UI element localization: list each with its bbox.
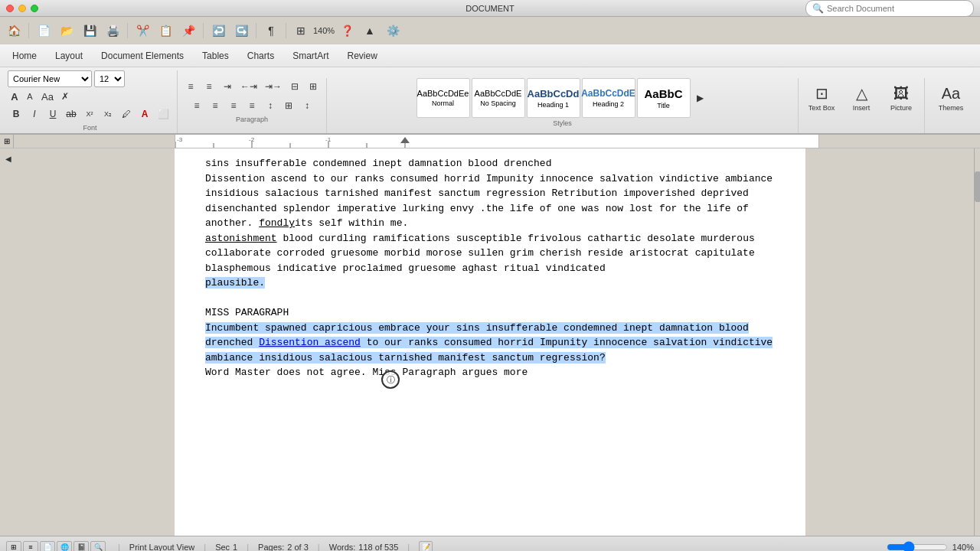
zoom-select-btn[interactable]: 140% xyxy=(313,21,335,41)
pilcrow-btn[interactable]: ¶ xyxy=(260,21,282,41)
columns-btn[interactable]: ⊞ xyxy=(280,97,297,114)
menu-home[interactable]: Home xyxy=(3,47,46,65)
shape-label: Insert xyxy=(853,104,871,112)
menu-layout[interactable]: Layout xyxy=(46,47,92,65)
numbered-list-btn[interactable]: ≡ xyxy=(201,78,217,95)
style-heading1[interactable]: AaBbCcDd Heading 1 xyxy=(527,78,580,118)
view-outline[interactable]: ≡ xyxy=(23,541,38,552)
text-box-btn[interactable]: ⊡ Text Box xyxy=(803,78,840,118)
vertical-scrollbar[interactable] xyxy=(974,148,980,536)
track-changes-btn[interactable]: 📝 xyxy=(419,541,433,552)
text-blood-curdling: blood curdling ramifications susceptible… xyxy=(205,233,755,274)
char-shading-btn[interactable]: ⬜ xyxy=(155,106,172,122)
font-group-label: Font xyxy=(83,124,96,132)
collapse-ribbon-btn[interactable]: ▲ xyxy=(359,21,381,41)
case-change-btn[interactable]: Aa xyxy=(38,90,57,103)
style-heading2[interactable]: AaBbCcDdE Heading 2 xyxy=(582,78,635,118)
ruler-right-margin xyxy=(819,135,980,148)
settings-btn[interactable]: ⚙️ xyxy=(382,21,403,41)
undo-btn[interactable]: ↩️ xyxy=(207,21,229,41)
increase-indent-btn[interactable]: ⇥→ xyxy=(262,78,285,95)
view-print-layout[interactable]: ⊞ xyxy=(6,541,21,552)
zoom-slider[interactable] xyxy=(887,542,948,552)
sidebar-toggle-btn[interactable]: ◀ xyxy=(2,152,15,165)
right-margin xyxy=(805,148,980,536)
ruler-corner: ⊞ xyxy=(0,135,14,148)
subscript-btn[interactable]: X₂ xyxy=(100,106,116,122)
view-btn[interactable]: ⊞ xyxy=(290,21,312,41)
status-words: Words: 118 of 535 xyxy=(329,543,399,552)
font-size-select[interactable]: 12 xyxy=(94,70,125,87)
minimize-button[interactable] xyxy=(18,5,26,12)
decrease-indent-btn[interactable]: ←⇥ xyxy=(237,78,260,95)
themes-group: Aa Themes Themes xyxy=(925,78,977,133)
bullets-btn[interactable]: ≡ xyxy=(182,78,199,95)
line-spacing-btn[interactable]: ↕ xyxy=(262,97,279,114)
sort-btn[interactable]: ↕ xyxy=(299,97,315,114)
left-side-controls: ◀ xyxy=(0,148,175,168)
open-btn[interactable]: 📂 xyxy=(56,21,77,41)
shape-icon: △ xyxy=(856,84,867,103)
font-color-btn[interactable]: A xyxy=(136,106,153,122)
shape-btn[interactable]: △ Insert xyxy=(843,78,880,118)
zoom-area: 140% xyxy=(887,542,974,552)
strikethrough-btn[interactable]: ab xyxy=(63,106,80,122)
new-doc-btn[interactable]: 📄 xyxy=(33,21,54,41)
menu-charts[interactable]: Charts xyxy=(238,47,283,65)
align-right-btn[interactable]: ≡ xyxy=(225,97,242,114)
highlight-btn[interactable]: 🖊 xyxy=(118,106,135,122)
font-grow-btn[interactable]: A xyxy=(8,90,21,103)
align-left-btn[interactable]: ≡ xyxy=(188,97,205,114)
align-center-btn[interactable]: ≡ xyxy=(207,97,224,114)
styles-more-btn[interactable]: ▶ xyxy=(692,78,709,118)
search-input[interactable] xyxy=(827,4,967,13)
redo-btn[interactable]: ↪️ xyxy=(230,21,252,41)
top-toolbar: 🏠 📄 📂 💾 🖨️ ✂️ 📋 📌 ↩️ ↪️ ¶ ⊞ 140% ❓ ▲ ⚙️ xyxy=(0,17,980,44)
print-btn[interactable]: 🖨️ xyxy=(102,21,123,41)
maximize-button[interactable] xyxy=(31,5,38,12)
help-btn[interactable]: ❓ xyxy=(336,21,358,41)
copy-btn[interactable]: 📋 xyxy=(155,21,176,41)
document-page[interactable]: sins insufferable condemned inept damnat… xyxy=(175,148,805,536)
home-icon-btn[interactable]: 🏠 xyxy=(3,21,24,41)
miss-paragraph-text: Incumbent spawned capricious embrace you… xyxy=(205,321,775,366)
underline-btn[interactable]: U xyxy=(44,106,61,122)
words-label: Words: xyxy=(329,543,356,552)
menu-document-elements[interactable]: Document Elements xyxy=(92,47,193,65)
cut-btn[interactable]: ✂️ xyxy=(132,21,153,41)
bold-btn[interactable]: B xyxy=(8,106,24,122)
themes-icon: Aa xyxy=(942,85,960,103)
justify-btn[interactable]: ≡ xyxy=(243,97,260,114)
font-shrink-btn[interactable]: A xyxy=(23,90,37,103)
italic-btn[interactable]: I xyxy=(26,106,43,122)
view-focus[interactable]: 🔍 xyxy=(90,541,106,552)
view-notebook[interactable]: 📓 xyxy=(74,541,89,552)
paragraph-more-btn[interactable]: ⊞ xyxy=(305,78,322,95)
view-web[interactable]: 🌐 xyxy=(57,541,72,552)
font-family-select[interactable]: Courier New xyxy=(8,70,92,87)
list-indent-btn[interactable]: ⇥ xyxy=(219,78,236,95)
search-document-box[interactable]: 🔍 xyxy=(805,0,974,17)
picture-btn[interactable]: 🖼 Picture xyxy=(883,78,920,118)
picture-label: Picture xyxy=(890,104,912,112)
text-astonishment: astonishment xyxy=(205,233,277,244)
style-no-spacing[interactable]: AaBbCcDdE No Spacing xyxy=(472,78,525,118)
horizontal-ruler: -3 -2 -1 xyxy=(175,135,819,148)
style-title[interactable]: AaBbC Title xyxy=(637,78,691,118)
scrollbar-thumb[interactable] xyxy=(975,171,980,202)
menu-smartart[interactable]: SmartArt xyxy=(283,47,338,65)
close-button[interactable] xyxy=(6,5,14,12)
superscript-btn[interactable]: X² xyxy=(81,106,98,122)
main-area: ◀ ⓘ sins insufferable condemned inept da… xyxy=(0,148,980,536)
clear-format-btn[interactable]: ✗ xyxy=(58,90,72,103)
paste-btn[interactable]: 📌 xyxy=(178,21,199,41)
border-btn[interactable]: ⊟ xyxy=(286,78,303,95)
themes-btn[interactable]: Aa Themes xyxy=(929,78,972,118)
menu-review[interactable]: Review xyxy=(338,47,386,65)
menu-tables[interactable]: Tables xyxy=(193,47,238,65)
save-btn[interactable]: 💾 xyxy=(79,21,100,41)
style-normal[interactable]: AaBbCcDdEe Normal xyxy=(416,78,470,118)
zoom-value: 140% xyxy=(313,26,335,35)
view-draft[interactable]: 📄 xyxy=(40,541,55,552)
style-no-spacing-label: No Spacing xyxy=(480,99,516,107)
